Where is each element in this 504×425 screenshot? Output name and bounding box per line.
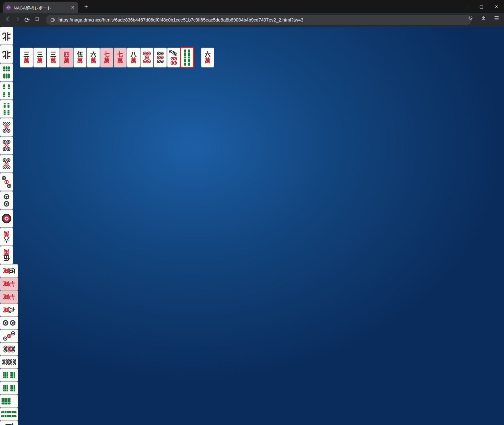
downloads-icon[interactable] — [479, 15, 488, 22]
close-window-button[interactable]: ✕ — [489, 0, 504, 13]
tile-8s[interactable] — [181, 48, 194, 67]
tile-6s — [0, 382, 18, 395]
tile-5m: 伍萬 — [0, 246, 13, 264]
minimize-button[interactable]: — — [459, 0, 474, 13]
tile-4m[interactable]: 四萬 — [60, 48, 73, 67]
browser-chrome: NAGA解析レポート ✕ + — ▢ ✕ ⟳ https://naga.dmv.… — [0, 0, 504, 27]
tile-6p[interactable] — [154, 48, 167, 67]
tile-6s — [0, 369, 18, 382]
tile-1p — [0, 209, 13, 228]
tile-5p — [0, 118, 13, 136]
tile-N: 北 — [0, 27, 13, 45]
tile-9m: 九萬 — [0, 303, 18, 316]
url-bar[interactable]: https://naga.dmv.nico/htmls/6ade836b4467… — [46, 15, 472, 25]
tile-5p — [0, 136, 13, 155]
tile-2p — [0, 191, 13, 209]
tile-S: 南 — [0, 421, 18, 425]
tab-title: NAGA解析レポート — [14, 5, 70, 11]
favicon-naga-icon — [6, 5, 11, 10]
tile-6m[interactable]: 六萬 — [87, 48, 100, 67]
reload-icon[interactable]: ⟳ — [22, 16, 32, 24]
tile-3m[interactable]: 三萬 — [47, 48, 60, 67]
tile-6p — [0, 342, 18, 356]
new-tab-button[interactable]: + — [84, 3, 88, 11]
tile-8p — [0, 356, 18, 369]
tile-7s — [0, 395, 18, 408]
tile-2p — [0, 316, 18, 329]
tile-7m: 七萬 — [0, 277, 18, 290]
tile-7p[interactable] — [167, 48, 180, 67]
tile-3p — [0, 329, 18, 342]
hand-left-player: 伍萬七萬七萬九萬南 — [0, 264, 504, 425]
back-icon[interactable] — [3, 16, 12, 23]
bookmark-icon[interactable] — [32, 16, 42, 23]
tile-8m[interactable]: 八萬 — [127, 48, 140, 67]
url-text: https://naga.dmv.nico/htmls/6ade836b4467… — [58, 17, 303, 23]
tile-3m[interactable]: 三萬 — [20, 48, 33, 67]
tile-5m: 伍萬 — [0, 264, 18, 277]
maximize-button[interactable]: ▢ — [474, 0, 489, 13]
tile-7m: 七萬 — [0, 290, 18, 303]
tile-5s — [0, 82, 13, 100]
tile-6s — [0, 63, 13, 82]
extensions-icon[interactable] — [465, 15, 475, 22]
browser-tab[interactable]: NAGA解析レポート ✕ — [3, 2, 78, 13]
tile-7m[interactable]: 七萬 — [100, 48, 113, 67]
tile-0p[interactable] — [140, 48, 153, 67]
tile-3p — [0, 173, 13, 191]
tile-N: 北 — [0, 45, 13, 63]
tile-3m[interactable]: 三萬 — [33, 48, 46, 67]
browser-toolbar: ⟳ https://naga.dmv.nico/htmls/6ade836b44… — [0, 13, 504, 27]
tile-5m[interactable]: 伍萬 — [73, 48, 87, 67]
naga-report-page: 北北六萬伍萬 伍萬七萬七萬九萬南 中北北四萬一萬 東發 二萬西南東 一萬八萬東 … — [0, 27, 504, 425]
tile-4s — [0, 100, 13, 118]
forward-icon[interactable] — [12, 16, 22, 23]
tab-close-icon[interactable]: ✕ — [70, 5, 76, 10]
tab-strip: NAGA解析レポート ✕ + — ▢ ✕ — [0, 0, 504, 13]
tile-7m[interactable]: 七萬 — [114, 48, 127, 67]
tile-8s — [0, 408, 18, 421]
site-globe-icon — [50, 18, 55, 23]
menu-icon[interactable]: ☰ — [492, 15, 501, 22]
tile-5p — [0, 155, 13, 173]
tile-6m: 六萬 — [0, 228, 13, 246]
tile-6m[interactable]: 六萬 — [201, 48, 214, 67]
